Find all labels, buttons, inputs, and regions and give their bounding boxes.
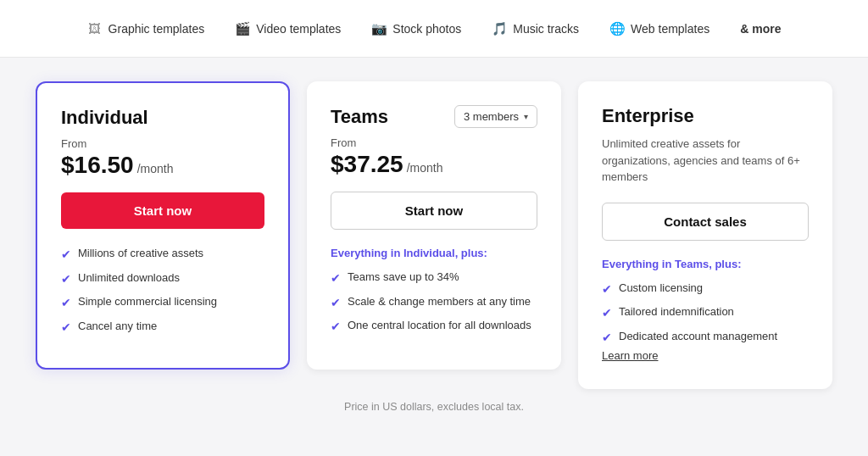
graphic-templates-icon: 🖼 — [87, 21, 103, 36]
check-icon: ✔ — [602, 305, 612, 322]
enterprise-features: ✔ Custom licensing ✔ Tailored indemnific… — [602, 281, 809, 347]
nav-item-web-templates[interactable]: 🌐 Web templates — [609, 21, 709, 36]
nav-item-music-tracks[interactable]: 🎵 Music tracks — [492, 21, 579, 36]
check-icon: ✔ — [61, 295, 71, 312]
feature-text: Dedicated account management — [619, 329, 777, 344]
learn-more-link[interactable]: Learn more — [602, 349, 809, 362]
music-tracks-icon: 🎵 — [492, 21, 507, 36]
feature-text: Custom licensing — [619, 281, 703, 296]
members-label: 3 members — [464, 110, 519, 123]
nav-item-video-templates[interactable]: 🎬 Video templates — [235, 21, 341, 36]
individual-price-row: $16.50 /month — [61, 152, 264, 179]
stock-photos-icon: 📷 — [371, 21, 387, 36]
feature-text: Simple commercial licensing — [78, 294, 217, 309]
feature-text: Scale & change members at any time — [348, 294, 531, 309]
teams-title: Teams — [331, 106, 388, 128]
nav-item-stock-photos[interactable]: 📷 Stock photos — [371, 21, 461, 36]
nav-items: 🖼 Graphic templates 🎬 Video templates 📷 … — [87, 21, 782, 36]
feature-text: Cancel any time — [78, 319, 157, 334]
nav-label-music-tracks: Music tracks — [513, 22, 579, 36]
feature-item: ✔ Scale & change members at any time — [331, 294, 537, 312]
footer-note: Price in US dollars, excludes local tax. — [344, 401, 524, 413]
members-dropdown[interactable]: 3 members ▾ — [454, 105, 537, 128]
check-icon: ✔ — [331, 295, 341, 312]
check-icon: ✔ — [331, 319, 341, 336]
enterprise-description: Unlimited creative assets for organizati… — [602, 136, 809, 186]
feature-text: One central location for all downloads — [348, 318, 531, 333]
video-templates-icon: 🎬 — [235, 21, 250, 36]
check-icon: ✔ — [61, 271, 71, 288]
feature-item: ✔ Tailored indemnification — [602, 304, 809, 322]
chevron-down-icon: ▾ — [524, 112, 528, 121]
check-icon: ✔ — [61, 320, 71, 336]
check-icon: ✔ — [602, 330, 612, 347]
feature-text: Tailored indemnification — [619, 304, 734, 320]
individual-card: Individual From $16.50 /month Start now … — [36, 81, 290, 370]
individual-price: $16.50 — [61, 152, 134, 179]
feature-item: ✔ Cancel any time — [61, 319, 264, 336]
individual-per-month: /month — [137, 162, 174, 175]
individual-start-button[interactable]: Start now — [61, 192, 264, 229]
feature-item: ✔ Millions of creative assets — [61, 246, 264, 264]
teams-features: ✔ Teams save up to 34% ✔ Scale & change … — [331, 270, 537, 336]
individual-features: ✔ Millions of creative assets ✔ Unlimite… — [61, 246, 264, 336]
contact-sales-button[interactable]: Contact sales — [602, 203, 809, 241]
feature-item: ✔ Simple commercial licensing — [61, 294, 264, 312]
check-icon: ✔ — [602, 281, 612, 298]
feature-text: Unlimited downloads — [78, 270, 180, 286]
teams-price-row: $37.25 /month — [331, 151, 537, 178]
feature-item: ✔ One central location for all downloads — [331, 318, 537, 336]
nav-label-stock-photos: Stock photos — [392, 22, 461, 36]
teams-per-month: /month — [407, 161, 443, 175]
nav-label-more: & more — [740, 22, 781, 36]
navigation: 🖼 Graphic templates 🎬 Video templates 📷 … — [0, 0, 868, 58]
individual-from-label: From — [61, 137, 264, 150]
check-icon: ✔ — [61, 247, 71, 264]
individual-title: Individual — [61, 107, 264, 129]
feature-item: ✔ Teams save up to 34% — [331, 270, 537, 287]
web-templates-icon: 🌐 — [609, 21, 625, 36]
pricing-cards: Individual From $16.50 /month Start now … — [27, 81, 841, 389]
teams-start-button[interactable]: Start now — [331, 192, 537, 230]
nav-label-graphic-templates: Graphic templates — [108, 22, 205, 36]
feature-text: Teams save up to 34% — [348, 270, 459, 285]
nav-label-video-templates: Video templates — [256, 22, 341, 36]
feature-item: ✔ Unlimited downloads — [61, 270, 264, 288]
teams-from-label: From — [331, 136, 537, 149]
main-content: Individual From $16.50 /month Start now … — [0, 58, 868, 456]
feature-item: ✔ Custom licensing — [602, 281, 809, 298]
teams-section-label: Everything in Individual, plus: — [331, 247, 537, 259]
nav-item-graphic-templates[interactable]: 🖼 Graphic templates — [87, 21, 205, 36]
nav-label-web-templates: Web templates — [631, 22, 709, 36]
nav-item-more[interactable]: & more — [740, 22, 781, 36]
feature-text: Millions of creative assets — [78, 246, 203, 261]
check-icon: ✔ — [331, 270, 341, 287]
teams-header: Teams 3 members ▾ — [331, 105, 537, 128]
enterprise-title: Enterprise — [602, 105, 809, 127]
teams-card: Teams 3 members ▾ From $37.25 /month Sta… — [307, 81, 561, 370]
enterprise-card: Enterprise Unlimited creative assets for… — [578, 81, 832, 389]
enterprise-section-label: Everything in Teams, plus: — [602, 258, 809, 270]
teams-price: $37.25 — [331, 151, 403, 178]
feature-item: ✔ Dedicated account management — [602, 329, 809, 347]
